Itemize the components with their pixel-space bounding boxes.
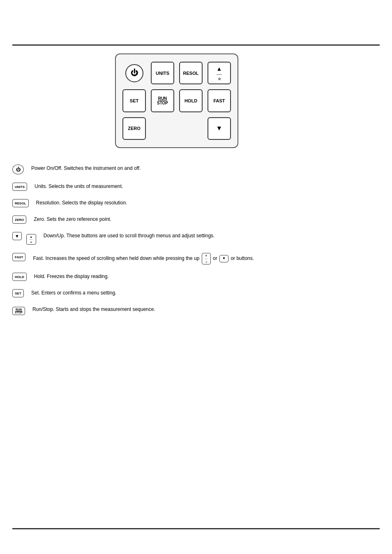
keypad-fast-button[interactable]: FAST <box>208 89 231 112</box>
set-small-button[interactable]: SET <box>12 289 24 297</box>
empty-cell-2 <box>179 117 203 140</box>
units-legend-text: Units. Selects the units of measurement. <box>35 183 380 190</box>
runstop-legend-text: Run/Stop. Starts and stops the measureme… <box>32 306 380 313</box>
arrows-legend-text: Down/Up. These buttons are used to scrol… <box>44 232 380 239</box>
stop-label: STOP <box>157 101 168 105</box>
hold-legend-row: HOLD Hold. Freezes the display reading. <box>12 273 380 281</box>
resol-small-button[interactable]: RESOL <box>12 199 29 207</box>
fast-small-button[interactable]: FAST <box>12 253 25 261</box>
runstop-small-button[interactable]: RUN STOP <box>12 307 25 315</box>
stop-small-label: STOP <box>15 311 23 314</box>
hold-legend-icon: HOLD <box>12 273 27 281</box>
fast-legend-text: Fast. Increases the speed of scrolling w… <box>33 253 380 264</box>
hold-small-button[interactable]: HOLD <box>12 273 27 281</box>
keypad-up-sun-button[interactable]: ▲ ── ☆ <box>208 62 231 84</box>
fast-down-inline-icon: ▼ <box>219 255 228 262</box>
fast-legend-row: FAST Fast. Increases the speed of scroll… <box>12 253 380 264</box>
hold-legend-text: Hold. Freezes the display reading. <box>34 273 380 280</box>
runstop-legend-icon: RUN STOP <box>12 306 25 315</box>
keypad-hold-button[interactable]: HOLD <box>179 89 203 112</box>
top-rule <box>12 44 380 46</box>
up-arrow-icon: ▲ <box>217 65 222 72</box>
power-legend-icon: ⏻ <box>12 165 24 174</box>
down-small-button[interactable]: ▼ <box>12 232 22 240</box>
up-sun-small-button[interactable]: ▲ ── ☆ <box>26 234 36 245</box>
resol-legend-text: Resolution. Selects the display resoluti… <box>36 199 380 206</box>
units-legend-icon: UNITS <box>12 183 27 191</box>
arrows-legend-row: ▼ ▲ ── ☆ Down/Up. These buttons are used… <box>12 232 380 245</box>
resol-legend-row: RESOL Resolution. Selects the display re… <box>12 199 380 207</box>
units-small-button[interactable]: UNITS <box>12 183 27 191</box>
run-small-label: RUN <box>16 308 22 311</box>
sun-icon: ── <box>217 72 222 76</box>
keypad-units-button[interactable]: UNITS <box>151 62 174 84</box>
up-arrow-small-icon: ▲ <box>30 235 32 238</box>
keypad-resol-button[interactable]: RESOL <box>179 62 203 84</box>
fast-up-inline-icon: ▲ ── ☆ <box>202 253 211 264</box>
set-legend-text: Set. Enters or confirms a menu setting. <box>31 289 380 297</box>
fast-legend-icon: FAST <box>12 253 25 261</box>
run-label: RUN <box>158 96 167 101</box>
keypad-power-button[interactable]: ⏻ <box>125 64 143 82</box>
runstop-legend-row: RUN STOP Run/Stop. Starts and stops the … <box>12 306 380 315</box>
keypad-zero-button[interactable]: ZERO <box>122 117 146 140</box>
set-legend-icon: SET <box>12 289 24 297</box>
down-arrow-icon: ▼ <box>216 125 223 132</box>
legend-section: ⏻ Power On/Off. Switches the instrument … <box>12 165 380 323</box>
keypad-panel: ⏻ UNITS RESOL ▲ ── ☆ SET RUN STOP HOLD F… <box>115 53 238 148</box>
empty-cell-1 <box>151 117 174 140</box>
power-legend-row: ⏻ Power On/Off. Switches the instrument … <box>12 165 380 174</box>
bottom-rule <box>12 528 380 529</box>
zero-legend-row: ZERO Zero. Sets the zero reference point… <box>12 216 380 224</box>
resol-legend-icon: RESOL <box>12 199 29 207</box>
sun-small-icon: ☆ <box>30 241 32 243</box>
keypad-runstop-button[interactable]: RUN STOP <box>151 89 174 112</box>
power-small-button[interactable]: ⏻ <box>12 165 24 174</box>
zero-legend-text: Zero. Sets the zero reference point. <box>34 216 380 223</box>
units-legend-row: UNITS Units. Selects the units of measur… <box>12 183 380 191</box>
sun-star-icon: ☆ <box>218 77 221 81</box>
power-icon: ⏻ <box>131 69 138 77</box>
keypad-down-button[interactable]: ▼ <box>208 117 231 140</box>
zero-legend-icon: ZERO <box>12 216 26 224</box>
keypad-set-button[interactable]: SET <box>122 89 146 112</box>
set-legend-row: SET Set. Enters or confirms a menu setti… <box>12 289 380 297</box>
arrows-legend-icon: ▼ ▲ ── ☆ <box>12 232 36 245</box>
zero-small-button[interactable]: ZERO <box>12 216 26 224</box>
power-legend-text: Power On/Off. Switches the instrument on… <box>31 165 380 172</box>
